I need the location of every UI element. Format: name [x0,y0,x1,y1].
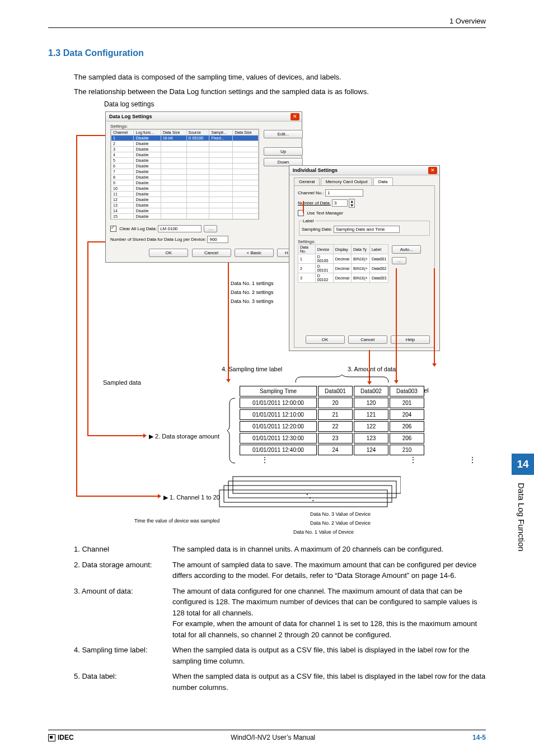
manual-title: WindO/I-NV2 User’s Manual [231,734,315,741]
dialog-data-log-settings: Data Log Settings ✕ Settings: Channel Lo… [105,111,302,263]
col-datasize: Data Size [161,130,186,136]
col-datasize2: Data Size [233,130,259,136]
tab-memorycard[interactable]: Memory Card Output [321,178,373,185]
settings-label: Settings: [110,124,297,129]
channel-grid[interactable]: Channel Log func... Data Size Source Sam… [111,129,259,220]
page-footer: IDEC WindO/I-NV2 User’s Manual 14-5 [48,730,486,741]
red-arrow [228,263,229,381]
dialog2-title: Individual Settings [289,166,439,175]
tab-data[interactable]: Data [373,178,393,185]
svg-rect-3 [233,477,401,493]
col-label: Label [369,245,388,254]
table-row: 01/01/2011 12:40:0024124210 [240,445,424,455]
ndata-value[interactable]: 3 [332,199,348,207]
table-row[interactable]: 15Disable [111,214,259,220]
red-arrow [434,268,435,366]
col-datano: Data No. [298,245,316,254]
table-row[interactable]: 11Disable [111,192,259,197]
stored-value[interactable]: 900 [207,236,228,243]
def-amount-term: 3. Amount of data: [74,586,172,641]
red-line [76,135,105,136]
side-tab: 14 Data Log Function [512,454,534,565]
table-row[interactable]: 2D 00101DecimalBIN16(+Data002 [298,264,388,273]
callout-amount-of-data: 3. Amount of data [348,366,396,372]
callout-val3: Data No. 3 Value of Device [310,511,371,517]
edit-button[interactable]: Edit... [264,130,303,138]
device-picker-button[interactable]: … [392,257,406,264]
clear-all-value[interactable]: LM 0100 [158,225,202,232]
callout-sampling-time-label: 4. Sampling time label [222,366,282,372]
channel-no-value: 1 [325,189,363,197]
stored-label: Number of Stored Data for Data Log per D… [110,237,206,242]
def-amount-desc-b: For example, when the amount of data for… [172,618,486,640]
def-channel-desc: The sampled data is in channel units. A … [172,544,486,555]
table-row[interactable]: 6Disable [111,164,259,169]
table-row[interactable]: 12Disable [111,197,259,203]
def-channel-term: 1. Channel [74,544,172,555]
sampled-data-table: Sampling Time Data001 Data002 Data003 01… [238,385,425,456]
col-datatype: Data Ty [352,245,370,254]
col-logfunc: Log func... [134,130,161,136]
ok-button[interactable]: OK [306,335,345,344]
basic-button[interactable]: < Basic [235,249,274,257]
table-row[interactable]: 1Disable16-bitD 00100Fixed... [111,136,259,141]
table-row[interactable]: 14Disable [111,208,259,214]
sampdate-label: Sampling Date: [302,227,332,232]
def-samplabel-desc: When the sampled data is output as a CSV… [172,645,486,666]
spinner-icon[interactable]: ▲▼ [349,199,355,208]
close-icon[interactable]: ✕ [428,167,437,174]
col-display: Display [333,245,351,254]
col-channel: Channel [111,130,134,136]
data-grid[interactable]: Data No. Device Display Data Ty Label 1D… [298,244,388,283]
chapter-title: Data Log Function [512,475,531,565]
table-row[interactable]: 10Disable [111,186,259,192]
page-number: 14-5 [472,734,486,741]
table-row[interactable]: 1D 00100DecimalBIN16(+Data001 [298,254,388,264]
callout-datano3: Data No. 3 settings [231,298,274,304]
table-row[interactable]: 3Disable [111,147,259,152]
svg-rect-0 [219,490,387,507]
up-button[interactable]: Up [264,147,303,156]
table-row[interactable]: 9Disable [111,180,259,186]
red-line [87,241,88,435]
use-text-manager-label: Use Text Manager [307,211,343,216]
hdr-sampling-time: Sampling Time [240,386,317,396]
table-row[interactable]: 16Disable [111,220,259,220]
red-arrow [369,350,370,384]
device-picker-button[interactable]: … [204,225,217,232]
table-row[interactable]: 13Disable [111,203,259,208]
callout-storage: ▶ 2. Data storage amount [149,433,219,440]
stacked-channels-icon [216,465,401,516]
red-line [76,135,77,496]
auto-button[interactable]: Auto... [392,245,421,254]
table-row[interactable]: 7Disable [111,169,259,175]
def-samplabel-term: 4. Sampling time label: [74,645,172,666]
callout-datano1: Data No. 1 settings [231,281,274,286]
hdr-data003: Data003 [390,386,424,396]
close-icon[interactable]: ✕ [291,113,299,120]
col-device: Device [315,245,333,254]
red-line [87,241,105,242]
callout-channel: ▶ 1. Channel 1 to 20 [163,494,220,501]
def-amount-desc-a: The amount of data configured for one ch… [172,586,486,619]
def-datalabel-term: 5. Data label: [74,671,172,693]
red-arrow [76,496,160,497]
table-row[interactable]: 2Disable [111,141,259,147]
sampdate-value[interactable]: Sampling Date and Time [334,226,400,233]
table-row[interactable]: 3D 00102DecimalBIN16(+Data003 [298,273,388,283]
chapter-number: 14 [512,454,534,475]
ok-button[interactable]: OK [149,249,188,257]
cancel-button[interactable]: Cancel [348,335,387,344]
settings2-label: Settings: [298,239,431,244]
clear-all-checkbox[interactable] [110,226,116,232]
cancel-button[interactable]: Cancel [192,249,231,257]
col-source: Source [186,130,209,136]
table-row[interactable]: 5Disable [111,158,259,164]
red-arrow [87,435,146,436]
table-row[interactable]: 8Disable [111,175,259,180]
hdr-data001: Data001 [318,386,353,396]
table-row[interactable]: 4Disable [111,152,259,158]
tab-general[interactable]: General [294,178,320,185]
brace-icon [294,375,390,385]
label-heading: Label [302,218,315,223]
